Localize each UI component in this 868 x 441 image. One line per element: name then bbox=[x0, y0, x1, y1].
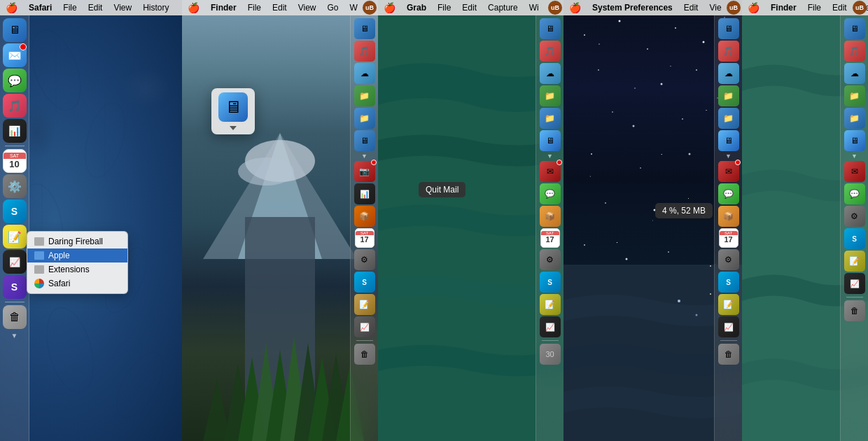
grab-menu-item[interactable]: Grab bbox=[401, 0, 432, 15]
gdock-trash[interactable]: 30 bbox=[540, 344, 561, 365]
sdock-4[interactable]: 📁 bbox=[718, 85, 739, 106]
apple-menu-finder2[interactable]: 🍎 bbox=[742, 0, 765, 15]
f2dock-3[interactable]: ☁ bbox=[844, 63, 865, 84]
f2dock-skype[interactable]: S bbox=[844, 228, 865, 249]
sdock-syspref[interactable]: ⚙ bbox=[718, 249, 739, 270]
rdock-icon-finder2[interactable]: 🖥 bbox=[354, 130, 375, 151]
sdock-1[interactable]: 🖥 bbox=[718, 18, 739, 39]
vie-menu-syspref[interactable]: Vie bbox=[704, 0, 727, 15]
context-menu-daring-fireball[interactable]: Daring Fireball bbox=[27, 234, 127, 248]
rdock-icon-calendar[interactable]: SAT 17 bbox=[355, 228, 374, 248]
rdock-icon-skype[interactable]: S bbox=[354, 272, 375, 293]
edit-menu-finder2[interactable]: Edit bbox=[827, 0, 853, 15]
edit-menu-finder[interactable]: Edit bbox=[267, 0, 293, 15]
apple-menu-syspref[interactable]: 🍎 bbox=[564, 0, 587, 15]
gdock-8[interactable]: 📦 bbox=[540, 206, 561, 227]
sdock-6[interactable]: ✉ bbox=[718, 161, 739, 182]
f2dock-5[interactable]: 📁 bbox=[844, 108, 865, 129]
rdock-icon-6[interactable]: 📷 bbox=[354, 161, 375, 182]
context-menu-apple[interactable]: Apple bbox=[27, 248, 127, 262]
sdock-2[interactable]: 🎵 bbox=[718, 41, 739, 62]
dock-icon-notes[interactable]: 📝 bbox=[3, 225, 27, 248]
sdock-notes[interactable]: 📝 bbox=[718, 294, 739, 315]
sdock-skype[interactable]: S bbox=[718, 272, 739, 293]
dock-icon-syspref[interactable]: ⚙️ bbox=[3, 174, 27, 198]
sdock-7[interactable]: 💬 bbox=[718, 183, 739, 204]
gdock-syspref[interactable]: ⚙ bbox=[540, 249, 561, 270]
gdock-6[interactable]: ✉ bbox=[540, 161, 561, 182]
edit-menu-safari[interactable]: Edit bbox=[83, 0, 108, 15]
rdock-icon-4[interactable]: 📁 bbox=[354, 85, 375, 106]
rdock-icon-5[interactable]: 📁 bbox=[354, 108, 375, 129]
gdock-2[interactable]: 🎵 bbox=[540, 41, 561, 62]
file-menu-finder[interactable]: File bbox=[242, 0, 267, 15]
f2dock-4[interactable]: 📁 bbox=[844, 85, 865, 106]
w-menu-finder[interactable]: W bbox=[344, 0, 363, 15]
dock-icon-calendar[interactable]: SAT 10 bbox=[3, 149, 27, 173]
safari-menu-item[interactable]: Safari bbox=[23, 0, 57, 15]
gdock-5[interactable]: 📁 bbox=[540, 108, 561, 129]
f2dock-syspref[interactable]: ⚙ bbox=[844, 206, 865, 227]
gdock-calendar[interactable]: SAT 17 bbox=[540, 228, 560, 248]
view-menu-finder[interactable]: View bbox=[293, 0, 322, 15]
rdock-icon-8[interactable]: 📦 bbox=[354, 206, 375, 227]
apple-menu-finder[interactable]: 🍎 bbox=[182, 0, 205, 15]
apple-menu-safari[interactable]: 🍎 bbox=[0, 0, 23, 15]
sdock-calendar[interactable]: SAT 17 bbox=[719, 228, 738, 248]
rdock-icon-7[interactable]: 📊 bbox=[354, 183, 375, 204]
f2dock-notes[interactable]: 📝 bbox=[844, 251, 865, 272]
sdock-stocks[interactable]: 📈 bbox=[718, 316, 739, 337]
go-menu-finder[interactable]: Go bbox=[322, 0, 344, 15]
edit-menu-syspref[interactable]: Edit bbox=[678, 0, 704, 15]
syspref-menu-item[interactable]: System Preferences bbox=[587, 0, 678, 15]
dock-icon-stocks[interactable]: 📈 bbox=[3, 250, 27, 274]
file-menu-grab[interactable]: File bbox=[432, 0, 456, 15]
gdock-stocks[interactable]: 📈 bbox=[540, 316, 561, 337]
finder2-menu-item[interactable]: Finder bbox=[765, 0, 802, 15]
sdock-8[interactable]: 📦 bbox=[718, 206, 739, 227]
view-menu-safari[interactable]: View bbox=[108, 0, 137, 15]
history-menu-safari[interactable]: History bbox=[137, 0, 174, 15]
f2dock-7[interactable]: 💬 bbox=[844, 183, 865, 204]
dock-icon-music[interactable]: 🎵 bbox=[3, 94, 27, 118]
dock-icon-messages[interactable]: 💬 bbox=[3, 69, 27, 92]
f2dock-finder[interactable]: 🖥 bbox=[844, 130, 865, 151]
gdock-skype[interactable]: S bbox=[540, 272, 561, 293]
f2dock-6[interactable]: ✉ bbox=[844, 161, 865, 182]
rdock-icon-trash[interactable]: 🗑 bbox=[354, 344, 375, 365]
dock-icon-slack[interactable]: S bbox=[3, 275, 27, 299]
rdock-icon-notes[interactable]: 📝 bbox=[354, 294, 375, 315]
rdock-icon-1[interactable]: 🖥 bbox=[354, 18, 375, 39]
gdock-4[interactable]: 📁 bbox=[540, 85, 561, 106]
context-menu-safari[interactable]: Safari bbox=[27, 276, 127, 290]
rdock-icon-2[interactable]: 🎵 bbox=[354, 41, 375, 62]
rdock-icon-stocks2[interactable]: 📈 bbox=[354, 316, 375, 337]
sdock-5[interactable]: 📁 bbox=[718, 108, 739, 129]
dock-icon-mail[interactable]: ✉️ bbox=[3, 43, 27, 67]
sdock-3[interactable]: ☁ bbox=[718, 63, 739, 84]
sdock-trash[interactable]: 🗑 bbox=[718, 344, 739, 365]
wi-menu-grab[interactable]: Wi bbox=[524, 0, 545, 15]
dock-icon-finder[interactable]: 🖥 bbox=[3, 18, 27, 42]
dock-icon-activity[interactable]: 📊 bbox=[3, 119, 27, 143]
gdock-finder[interactable]: 🖥 bbox=[540, 130, 561, 151]
gdock-3[interactable]: ☁ bbox=[540, 63, 561, 84]
finder-menu-item[interactable]: Finder bbox=[205, 0, 242, 15]
sdock-finder[interactable]: 🖥 bbox=[718, 130, 739, 151]
rdock-icon-syspref[interactable]: ⚙ bbox=[354, 249, 375, 270]
file-menu-safari[interactable]: File bbox=[57, 0, 82, 15]
context-menu-extensions[interactable]: Extensions bbox=[27, 262, 127, 276]
capture-menu-grab[interactable]: Capture bbox=[482, 0, 524, 15]
gdock-7[interactable]: 💬 bbox=[540, 183, 561, 204]
edit-menu-grab[interactable]: Edit bbox=[456, 0, 482, 15]
apple-menu-grab[interactable]: 🍎 bbox=[378, 0, 401, 15]
rdock-icon-3[interactable]: ☁ bbox=[354, 63, 375, 84]
file-menu-finder2[interactable]: File bbox=[802, 0, 827, 15]
f2dock-stocks[interactable]: 📈 bbox=[844, 273, 865, 294]
gdock-1[interactable]: 🖥 bbox=[540, 18, 561, 39]
f2dock-1[interactable]: 🖥 bbox=[844, 18, 865, 39]
gdock-notes[interactable]: 📝 bbox=[540, 294, 561, 315]
f2dock-2[interactable]: 🎵 bbox=[844, 41, 865, 62]
bookmarks-context-menu[interactable]: Daring Fireball Apple Extensions Safari bbox=[27, 231, 128, 294]
dock-icon-trash[interactable]: 🗑 bbox=[3, 305, 27, 329]
